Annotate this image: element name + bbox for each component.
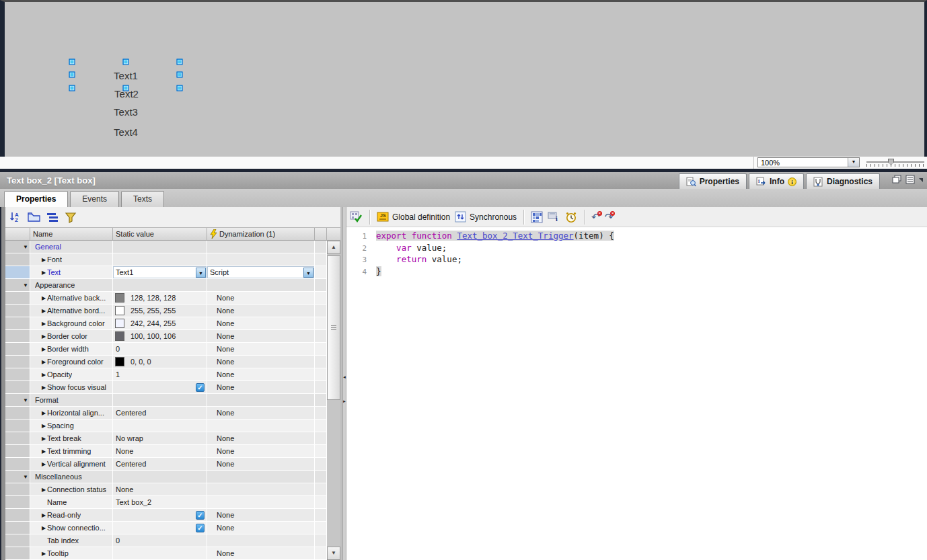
synchronous-toggle[interactable]: Synchronous xyxy=(455,211,517,223)
code-line[interactable]: 3 return value; xyxy=(346,253,927,266)
property-row-connection-status[interactable]: ▶Connection statusNone xyxy=(0,483,342,496)
property-row-name[interactable]: NameText box_2 xyxy=(0,496,342,509)
row-selector-cell[interactable] xyxy=(5,496,30,509)
code-text[interactable]: return value; xyxy=(376,254,462,264)
expand-arrow-icon[interactable]: ▶ xyxy=(42,292,46,305)
header-selector-column[interactable] xyxy=(5,228,30,240)
expand-arrow-icon[interactable]: ▶ xyxy=(42,458,46,471)
row-selector-cell[interactable] xyxy=(5,253,30,266)
selection-handle[interactable] xyxy=(69,58,75,65)
property-row-horizontal-align[interactable]: ▶Horizontal align...CenteredNone xyxy=(0,407,342,419)
script-code-area[interactable]: 1export function Text_box_2_Text_Trigger… xyxy=(346,228,927,560)
selection-handle[interactable] xyxy=(69,71,75,77)
property-row-alternative-back[interactable]: ▶Alternative back...128, 128, 128None xyxy=(0,292,342,305)
timer-icon[interactable] xyxy=(565,211,577,223)
view-tab-diagnostics[interactable]: Diagnostics xyxy=(806,173,880,189)
collapse-arrow-icon[interactable]: ▼ xyxy=(23,241,28,253)
property-row-tooltip[interactable]: ▶TooltipNone xyxy=(0,547,342,560)
color-swatch[interactable] xyxy=(115,293,124,303)
expand-arrow-icon[interactable]: ▶ xyxy=(42,305,46,317)
row-selector-cell[interactable] xyxy=(5,458,30,471)
property-row-spacing[interactable]: ▶Spacing xyxy=(0,419,342,432)
code-text[interactable]: export function Text_box_2_Text_Trigger(… xyxy=(376,231,614,241)
zoom-level-select[interactable]: 100% xyxy=(757,157,860,167)
expand-arrow-icon[interactable]: ▶ xyxy=(42,407,46,419)
tab-properties[interactable]: Properties xyxy=(4,191,68,207)
canvas-text-object[interactable]: Text3 xyxy=(114,106,138,118)
expand-arrow-icon[interactable]: ▶ xyxy=(42,522,46,534)
row-selector-cell[interactable] xyxy=(5,419,30,432)
zoom-dropdown-button[interactable] xyxy=(848,158,859,167)
code-line[interactable]: 1export function Text_box_2_Text_Trigger… xyxy=(346,230,927,242)
selection-handle[interactable] xyxy=(69,85,75,91)
selection-handle[interactable] xyxy=(122,58,128,65)
row-selector-cell[interactable] xyxy=(5,483,30,496)
property-row-text[interactable]: ▶TextText1Script xyxy=(0,266,342,279)
expand-arrow-icon[interactable]: ▶ xyxy=(42,253,46,266)
row-selector-cell[interactable] xyxy=(5,317,30,330)
zoom-slider[interactable] xyxy=(866,158,924,167)
scrollbar-thumb[interactable] xyxy=(327,255,340,400)
property-row-read-only[interactable]: ▶Read-only✓None xyxy=(0,509,342,522)
row-selector-cell[interactable] xyxy=(5,407,30,419)
row-selector-cell[interactable] xyxy=(5,522,30,534)
row-selector-cell[interactable] xyxy=(5,534,30,547)
property-row-alternative-bord[interactable]: ▶Alternative bord...255, 255, 255None xyxy=(0,305,342,317)
row-selector-cell[interactable] xyxy=(5,381,30,394)
expand-panel-icon[interactable] xyxy=(905,175,915,184)
code-line[interactable]: 2 var value; xyxy=(346,242,927,254)
canvas-text-object[interactable]: Text1 xyxy=(114,70,138,81)
section-row-general[interactable]: ▼General xyxy=(0,241,342,253)
row-selector-cell[interactable] xyxy=(5,356,30,368)
selection-handle[interactable] xyxy=(122,85,128,91)
expand-arrow-icon[interactable]: ▶ xyxy=(42,432,46,445)
system-functions-icon[interactable]: i xyxy=(548,211,560,223)
checkbox-checked[interactable]: ✓ xyxy=(196,511,205,520)
row-selector-cell[interactable] xyxy=(5,343,30,356)
undo-change-icon[interactable]: ↶× xyxy=(591,212,600,223)
view-tab-properties[interactable]: Properties xyxy=(679,173,747,189)
validate-script-icon[interactable] xyxy=(350,210,363,223)
row-selector-cell[interactable] xyxy=(5,547,30,560)
expand-arrow-icon[interactable]: ▶ xyxy=(42,509,46,522)
code-text[interactable]: } xyxy=(376,266,381,276)
selection-handle[interactable] xyxy=(176,71,182,77)
header-static-value[interactable]: Static value xyxy=(113,228,207,240)
discard-change-icon[interactable]: ↷× xyxy=(605,212,614,223)
list-view-icon[interactable] xyxy=(46,212,59,223)
row-selector-cell[interactable] xyxy=(5,305,30,317)
header-name[interactable]: Name xyxy=(30,228,113,240)
folder-view-icon[interactable] xyxy=(28,212,40,223)
dropdown-button[interactable] xyxy=(196,268,206,278)
row-selector-cell[interactable] xyxy=(5,330,30,343)
expand-arrow-icon[interactable]: ▶ xyxy=(42,381,46,394)
property-row-tab-index[interactable]: Tab index0 xyxy=(0,534,342,547)
property-row-foreground-color[interactable]: ▶Foreground color0, 0, 0None xyxy=(0,356,342,368)
property-row-show-focus-visual[interactable]: ▶Show focus visual✓None xyxy=(0,381,342,394)
collapse-arrow-icon[interactable]: ▼ xyxy=(23,279,28,292)
selection-handle[interactable] xyxy=(176,85,182,91)
expand-arrow-icon[interactable]: ▶ xyxy=(42,330,46,343)
sort-az-icon[interactable]: A Z xyxy=(9,211,22,223)
design-canvas[interactable]: Text1Text2Text3Text4 xyxy=(0,0,927,157)
expand-arrow-icon[interactable]: ▶ xyxy=(42,419,46,432)
section-row-format[interactable]: ▼Format xyxy=(0,394,342,407)
canvas-text-object[interactable]: Text4 xyxy=(114,126,138,138)
code-line[interactable]: 4} xyxy=(346,266,927,278)
expand-arrow-icon[interactable]: ▶ xyxy=(42,547,46,560)
color-swatch[interactable] xyxy=(115,319,124,328)
row-selector-cell[interactable] xyxy=(5,266,30,279)
expand-arrow-icon[interactable]: ▶ xyxy=(42,483,46,496)
filter-funnel-icon[interactable] xyxy=(65,212,77,223)
property-row-opacity[interactable]: ▶Opacity1None xyxy=(0,368,342,381)
checkbox-checked[interactable]: ✓ xyxy=(196,524,205,532)
expand-arrow-icon[interactable]: ▶ xyxy=(42,317,46,330)
expand-arrow-icon[interactable]: ▶ xyxy=(42,445,46,458)
section-row-appearance[interactable]: ▼Appearance xyxy=(0,279,342,292)
property-row-show-connectio[interactable]: ▶Show connectio...✓None xyxy=(0,522,342,534)
header-dynamization[interactable]: Dynamization (1) xyxy=(207,228,315,240)
tab-events[interactable]: Events xyxy=(70,191,119,207)
zoom-slider-track[interactable] xyxy=(866,161,924,163)
color-swatch[interactable] xyxy=(115,357,124,366)
collapse-panel-icon[interactable] xyxy=(919,178,923,182)
